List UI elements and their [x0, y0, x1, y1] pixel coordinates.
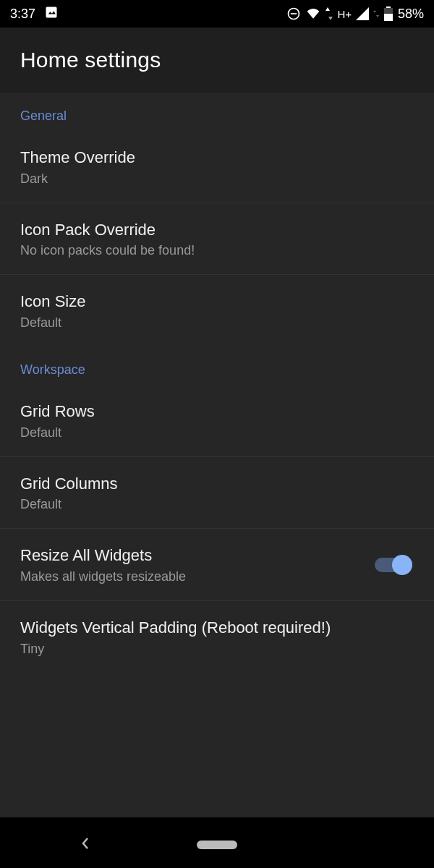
status-bar: 3:37 H+ 58% — [0, 0, 434, 27]
home-pill[interactable] — [197, 841, 237, 849]
setting-value: Default — [20, 315, 414, 331]
svg-rect-5 — [384, 14, 393, 21]
network-type: H+ — [337, 8, 352, 20]
setting-subtitle: Makes all widgets resizeable — [20, 569, 375, 584]
signal-arrows-icon — [373, 7, 379, 20]
setting-title: Theme Override — [20, 147, 414, 169]
setting-value: Default — [20, 497, 414, 512]
battery-percent: 58% — [398, 7, 424, 22]
svg-rect-0 — [46, 7, 57, 17]
app-header: Home settings — [0, 27, 434, 93]
setting-title: Resize All Widgets — [20, 545, 375, 566]
setting-grid-columns[interactable]: Grid Columns Default — [0, 457, 434, 529]
image-notification-icon — [44, 5, 59, 23]
back-button[interactable] — [80, 835, 91, 854]
toggle-switch[interactable] — [375, 558, 408, 572]
setting-title: Widgets Vertical Padding (Reboot require… — [20, 617, 414, 639]
setting-title: Icon Pack Override — [20, 219, 414, 241]
toggle-thumb — [392, 555, 412, 575]
battery-icon — [383, 7, 393, 21]
setting-value: Tiny — [20, 642, 414, 657]
setting-widgets-vertical-padding[interactable]: Widgets Vertical Padding (Reboot require… — [0, 601, 434, 673]
setting-value: Default — [20, 425, 414, 441]
setting-value: Dark — [20, 171, 414, 187]
status-time: 3:37 — [10, 7, 35, 22]
setting-icon-size[interactable]: Icon Size Default — [0, 275, 434, 346]
navigation-bar — [0, 822, 434, 868]
setting-title: Grid Rows — [20, 401, 414, 422]
setting-resize-all-widgets[interactable]: Resize All Widgets Makes all widgets res… — [0, 529, 434, 601]
setting-icon-pack-override[interactable]: Icon Pack Override No icon packs could b… — [0, 203, 434, 276]
setting-title: Icon Size — [20, 291, 414, 312]
setting-theme-override[interactable]: Theme Override Dark — [0, 131, 434, 203]
signal-icon — [356, 7, 369, 20]
settings-list: General Theme Override Dark Icon Pack Ov… — [0, 93, 434, 817]
data-arrows-icon — [326, 7, 333, 20]
setting-value: No icon packs could be found! — [20, 243, 414, 258]
wifi-icon — [305, 7, 321, 21]
setting-title: Grid Columns — [20, 473, 414, 495]
page-title: Home settings — [20, 48, 414, 72]
setting-grid-rows[interactable]: Grid Rows Default — [0, 385, 434, 457]
section-general: General — [0, 93, 434, 131]
dnd-icon — [286, 7, 301, 21]
section-workspace: Workspace — [0, 346, 434, 385]
svg-rect-3 — [386, 7, 391, 8]
